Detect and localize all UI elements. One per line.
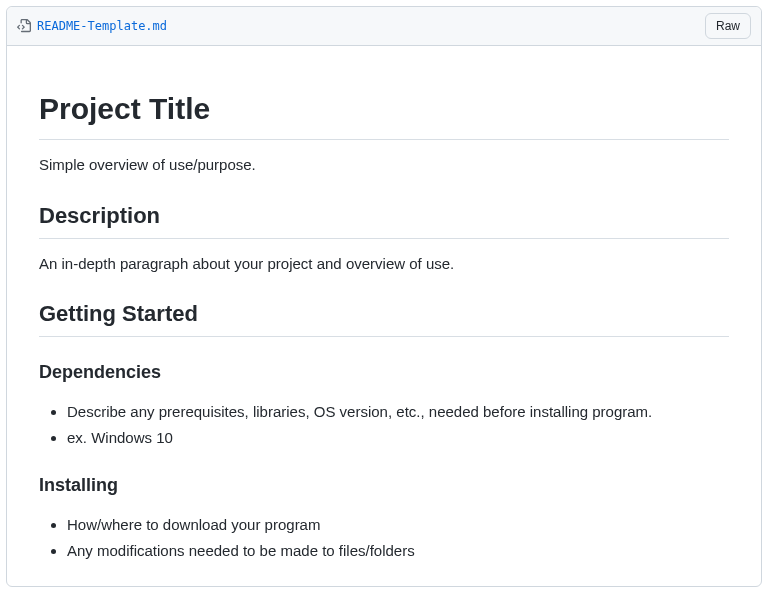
list-item: ex. Windows 10 — [67, 426, 729, 449]
description-text: An in-depth paragraph about your project… — [39, 253, 729, 276]
executing-heading: Executing program — [39, 584, 729, 586]
list-item: How/where to download your program — [67, 513, 729, 536]
description-heading: Description — [39, 199, 729, 239]
markdown-body: Project Title Simple overview of use/pur… — [7, 46, 761, 586]
installing-heading: Installing — [39, 472, 729, 499]
getting-started-heading: Getting Started — [39, 297, 729, 337]
list-item: Describe any prerequisites, libraries, O… — [67, 400, 729, 423]
overview-text: Simple overview of use/purpose. — [39, 154, 729, 177]
installing-list: How/where to download your program Any m… — [39, 513, 729, 563]
file-header: README-Template.md Raw — [7, 7, 761, 46]
raw-button[interactable]: Raw — [705, 13, 751, 39]
dependencies-list: Describe any prerequisites, libraries, O… — [39, 400, 729, 450]
dependencies-heading: Dependencies — [39, 359, 729, 386]
file-name-link[interactable]: README-Template.md — [37, 19, 167, 33]
list-item: Any modifications needed to be made to f… — [67, 539, 729, 562]
code-file-icon — [17, 19, 31, 33]
file-header-left: README-Template.md — [17, 19, 167, 33]
file-container: README-Template.md Raw Project Title Sim… — [6, 6, 762, 587]
page-title: Project Title — [39, 86, 729, 140]
